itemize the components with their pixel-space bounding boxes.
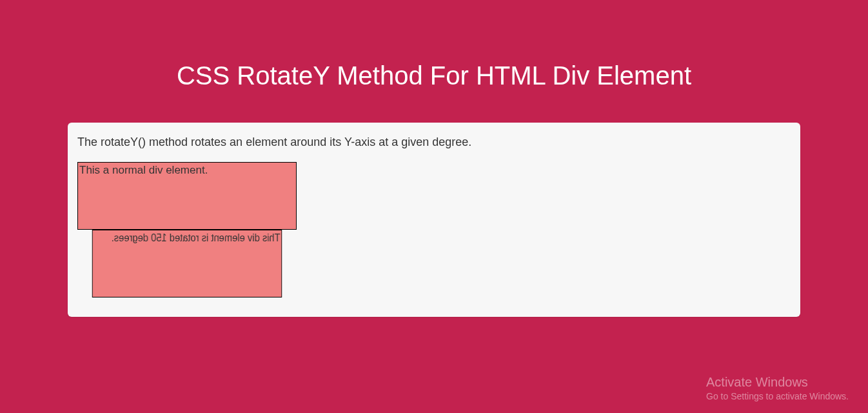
method-description: The rotateY() method rotates an element … [77,136,791,149]
watermark-title: Activate Windows [706,375,849,390]
page-title: CSS RotateY Method For HTML Div Element [0,0,868,113]
content-card: The rotateY() method rotates an element … [68,123,800,317]
normal-div-box: This a normal div element. [77,162,297,230]
rotated-div-box: This div element is rotated 150 degrees. [92,230,282,297]
windows-activation-watermark: Activate Windows Go to Settings to activ… [706,375,849,401]
watermark-subtitle: Go to Settings to activate Windows. [706,391,849,401]
